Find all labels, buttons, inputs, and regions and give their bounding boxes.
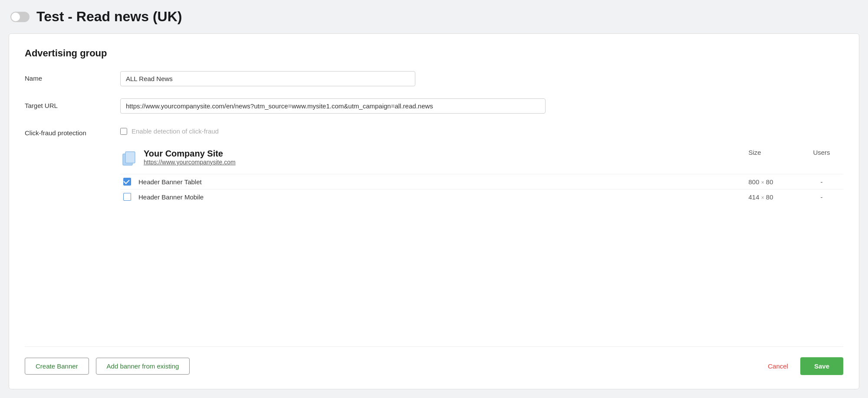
footer-right: Cancel Save [764,357,843,375]
click-fraud-checkbox[interactable] [120,128,127,135]
save-button[interactable]: Save [800,357,843,375]
col-header-size: Size [716,149,794,156]
name-row: Name [25,71,843,86]
banner-size-mobile: 414 × 80 [722,193,800,201]
banner-name-mobile: Header Banner Mobile [134,193,722,201]
banner-row-tablet: Header Banner Tablet800 × 80- [120,174,843,189]
cancel-button[interactable]: Cancel [764,358,792,374]
page-title: Test - Read news (UK) [36,9,182,25]
url-field-container [120,98,546,114]
col-header-users: Users [800,149,843,156]
footer: Create Banner Add banner from existing C… [25,346,843,375]
toggle-switch[interactable] [10,12,30,22]
banner-name-tablet: Header Banner Tablet [134,178,722,186]
banner-users-tablet: - [800,178,843,186]
name-field-container [120,71,546,86]
footer-left: Create Banner Add banner from existing [25,358,190,375]
site-info: Your Company Site https://www.yourcompan… [144,149,710,166]
site-row: Your Company Site https://www.yourcompan… [25,149,843,204]
create-banner-button[interactable]: Create Banner [25,358,89,375]
banner-list: Header Banner Tablet800 × 80-Header Bann… [120,174,843,204]
banner-checkbox-mobile[interactable] [123,193,131,201]
site-icon [120,150,138,167]
banner-row-mobile: Header Banner Mobile414 × 80- [120,189,843,204]
site-header: Your Company Site https://www.yourcompan… [120,149,843,167]
section-title: Advertising group [25,48,843,59]
banner-users-mobile: - [800,193,843,201]
click-fraud-label: Click-fraud protection [25,126,120,137]
banner-checkbox-tablet[interactable] [123,178,131,186]
click-fraud-row: Click-fraud protection Enable detection … [25,126,843,137]
main-card: Advertising group Name Target URL Click-… [9,33,859,389]
url-row: Target URL [25,98,843,114]
click-fraud-checkbox-label: Enable detection of click-fraud [132,127,219,135]
add-banner-button[interactable]: Add banner from existing [96,358,190,375]
name-input[interactable] [120,71,415,86]
url-label: Target URL [25,98,120,109]
url-input[interactable] [120,98,546,114]
banner-size-tablet: 800 × 80 [722,178,800,186]
svg-rect-1 [125,152,135,163]
click-fraud-control: Enable detection of click-fraud [120,126,546,135]
click-fraud-checkbox-row: Enable detection of click-fraud [120,126,546,135]
site-name: Your Company Site [144,149,710,159]
name-label: Name [25,71,120,82]
site-url: https://www.yourcompanysite.com [144,159,710,166]
page-header: Test - Read news (UK) [9,9,859,25]
